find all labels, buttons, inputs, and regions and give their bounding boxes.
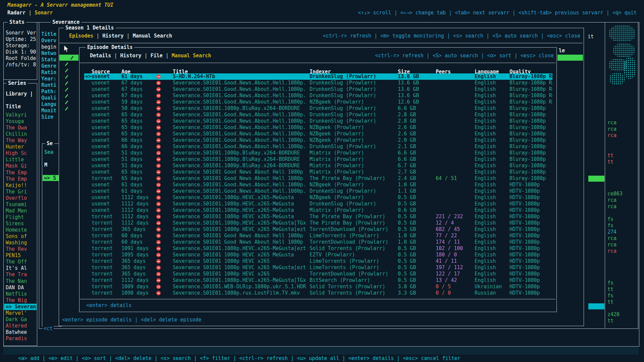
release-row[interactable]: torrent1090 daysSeverance.S01E01.1080p.r… <box>79 290 556 296</box>
rejected-icon <box>156 94 161 98</box>
episode-tab-details[interactable]: Details <box>90 53 111 59</box>
release-row[interactable]: usenet65 daysSeverance.S01E01.Good.News.… <box>79 112 556 118</box>
series-item[interactable]: The Off <box>6 259 36 265</box>
series-item[interactable]: Keijo!! <box>6 182 36 189</box>
series-item[interactable]: The Tra <box>6 272 36 278</box>
series-item[interactable]: Netflix <box>6 291 36 297</box>
release-row[interactable]: usenet61 daysSeverance.S01E01.Good.News.… <box>79 188 556 194</box>
rejected-icon <box>156 285 161 289</box>
series-tabs-line[interactable]: Library | <box>6 91 33 97</box>
release-row[interactable]: torrent365 daysSeverance S01E01 1080p HE… <box>79 258 556 264</box>
release-row[interactable]: usenet51 daysSeverance.S01E01.1080p.BluR… <box>79 163 556 169</box>
series-item[interactable]: Little <box>6 157 36 163</box>
cell-source: torrent <box>92 284 113 290</box>
series-item[interactable]: The Rev <box>6 246 36 252</box>
series-item[interactable]: Paradis <box>6 336 36 342</box>
release-row[interactable]: torrent1112 daysSeverance S01E01 1080p H… <box>79 214 556 220</box>
release-row[interactable]: usenet67 daysSeverance.S01E01.Good.News.… <box>79 80 556 86</box>
release-row[interactable]: usenet65 daysSeverance.S01E01.Good.News.… <box>79 118 556 124</box>
cell-size: 1.0 GB <box>398 182 416 188</box>
series-item[interactable]: Overflo <box>6 195 36 201</box>
release-row[interactable]: torrent1112 daysSeverance.S01E01.1080p.H… <box>79 220 556 226</box>
release-row[interactable]: torrent365 daysSeverance S01E01 1080p HE… <box>79 226 556 233</box>
release-row[interactable]: torrent60 daysSeverance S01E01 Good News… <box>79 239 556 245</box>
cell-quality: HDTV-1080p <box>509 252 552 258</box>
release-row[interactable]: usenet1112 daysSeverance.S01E01.1080p.HE… <box>79 201 556 207</box>
servarr-tab-sonarr[interactable]: Sonarr <box>35 10 53 16</box>
season-tab-manual-search[interactable]: Manual Search <box>133 33 172 39</box>
series-item[interactable]: Homeste <box>6 227 36 233</box>
release-row[interactable]: torrent365 daysSeverance S01E01 1080p HE… <box>79 271 556 277</box>
episode-tab-file[interactable]: File <box>151 53 163 59</box>
tab-separator: | <box>25 10 35 16</box>
series-item[interactable]: The Nig <box>6 297 36 304</box>
series-item[interactable]: Mad Men <box>6 208 36 214</box>
release-row[interactable]: torrent60 daysSeverance S01E01 Good News… <box>79 233 556 239</box>
cell-age: 67 days <box>121 80 143 86</box>
cell-size: 0.5 GB <box>398 252 416 258</box>
series-item[interactable]: DAN DA <box>6 285 36 291</box>
series-item[interactable]: The Nan <box>6 278 36 285</box>
series-item[interactable]: The Way <box>6 137 36 144</box>
series-item[interactable]: Washing <box>6 240 36 246</box>
release-row[interactable]: usenet1112 daysSeverance.S01E01.1080p.HE… <box>79 194 556 201</box>
release-row[interactable]: usenet1112 daysSeverance.S01E01.1080p.HE… <box>79 207 556 214</box>
series-item[interactable]: The Gri <box>6 189 36 195</box>
series-item[interactable]: Dark Ga <box>6 316 36 323</box>
pencil-icon <box>65 107 68 111</box>
selected-row-marker: => <box>85 73 91 80</box>
release-row[interactable]: usenet66 daysSeverance.S01E01.Good.News.… <box>79 143 556 150</box>
release-row[interactable]: =>usenet61 daysS-HD.H.264-NTbDrunkenSlug… <box>79 73 556 80</box>
cell-release-title: Severance.S01E01.Good.News.About.Hell.10… <box>173 124 308 131</box>
series-item[interactable]: Altered <box>6 323 36 329</box>
release-row[interactable]: usenet61 daysSeverance.S01E01.Good.News.… <box>79 182 556 188</box>
selected-episode-row-fragment[interactable]: => <box>59 55 78 61</box>
cell-peers: 122 / 17 <box>436 271 460 277</box>
cell-size: 0.5 GB <box>398 194 416 201</box>
series-item[interactable]: The Emp <box>6 176 36 182</box>
series-item[interactable]: Marvel' <box>6 310 36 316</box>
release-row[interactable]: torrent1095 daysSeverance S01E01 1080p H… <box>79 252 556 258</box>
episode-tab-manual-search[interactable]: Manual Search <box>172 53 211 59</box>
release-row[interactable]: usenet65 daysSeverance S01E01 Good News … <box>79 169 556 175</box>
release-row[interactable]: usenet50 daysSeverance.S01E01.1080p.BluR… <box>79 105 556 112</box>
series-item[interactable]: Flight <box>6 214 36 221</box>
episode-tab-history[interactable]: History <box>120 53 141 59</box>
series-item[interactable]: Batwhee <box>6 329 36 336</box>
series-item[interactable]: Tsunami <box>6 201 36 208</box>
release-row[interactable]: torrent1112 daysSeverance.S01E01.1080p.H… <box>79 277 556 284</box>
release-row[interactable]: torrent365 daysSeverance S01E01 1080p HE… <box>79 264 556 271</box>
series-item[interactable]: Valkyri <box>6 112 36 118</box>
cell-size: 2.6 GB <box>398 131 416 137</box>
series-item[interactable]: Chillin <box>6 131 36 137</box>
series-item[interactable]: Hunter <box>6 144 36 150</box>
series-item[interactable]: High Sc <box>6 150 36 157</box>
release-row[interactable]: usenet65 daysSeverance.S01E01.Good.News.… <box>79 124 556 131</box>
series-item[interactable]: The Emp <box>6 170 36 176</box>
release-row[interactable]: torrent1009 daysSeverance.S01E01.WEB-DLR… <box>79 284 556 290</box>
series-item[interactable]: The Qwa <box>6 125 36 131</box>
series-item[interactable]: It's Al <box>6 265 36 272</box>
release-row[interactable]: torrent1091 daysSeverance.S01E01.1080p.H… <box>79 245 556 252</box>
release-row[interactable]: usenet59 daysSeverance.S01E01.Good.News.… <box>79 99 556 105</box>
series-item[interactable]: PEN15 <box>6 252 36 259</box>
release-row[interactable]: usenet67 daysSeverance.S01E01.Good.News.… <box>79 93 556 99</box>
rejected-icon <box>156 183 161 187</box>
season-tab-history[interactable]: History <box>102 33 123 39</box>
cell-quality: HDTV-1080p <box>509 239 552 245</box>
release-row[interactable]: usenet51 daysSeverance.S01E01.1080p.BluR… <box>79 150 556 156</box>
release-row[interactable]: usenet65 daysSeverance.S01E01.Good.News.… <box>79 131 556 137</box>
series-item[interactable]: Mask Gi <box>6 163 36 169</box>
cell-age: 1112 days <box>121 201 149 207</box>
release-row[interactable]: torrent65 daysSeverance S01E01 Good News… <box>79 175 556 182</box>
release-row[interactable]: usenet67 daysSeverance.S01E01.Good.News.… <box>79 86 556 93</box>
series-item[interactable]: Sirens <box>6 221 36 227</box>
servarr-tab-radarr[interactable]: Radarr <box>7 10 25 16</box>
release-row[interactable]: usenet66 daysSeverance.S01E01.Good.News.… <box>79 137 556 143</box>
series-item[interactable]: Yosuga <box>6 118 36 125</box>
series-item[interactable]: => Severan <box>4 304 37 310</box>
series-item[interactable]: Sons of <box>6 233 36 240</box>
season-tab-episodes[interactable]: Episodes <box>69 33 93 39</box>
background-text-fragment: tt <box>607 286 613 293</box>
release-row[interactable]: usenet51 daysSeverance.S01E01.1080p.BluR… <box>79 156 556 163</box>
